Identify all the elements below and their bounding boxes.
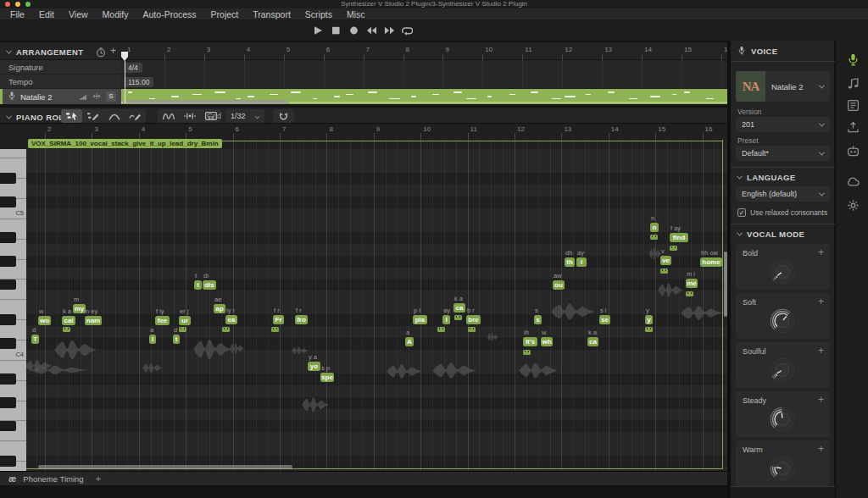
rail-lyrics-button[interactable] xyxy=(844,97,861,113)
note[interactable]: my xyxy=(73,304,86,313)
piano-roll-collapse[interactable]: PIANO ROLL xyxy=(7,113,70,122)
menu-transport[interactable]: Transport xyxy=(253,8,291,20)
menu-scripts[interactable]: Scripts xyxy=(305,8,332,20)
rail-export-button[interactable] xyxy=(844,119,861,136)
piano-key-black[interactable] xyxy=(0,196,16,208)
rail-settings-button[interactable] xyxy=(844,196,861,213)
timing-marker-icon[interactable] xyxy=(660,268,668,274)
piano-key-black[interactable] xyxy=(0,256,16,267)
note[interactable]: ap xyxy=(214,304,225,313)
note[interactable]: fro xyxy=(295,315,308,324)
timing-marker-icon[interactable] xyxy=(271,327,279,332)
record-button[interactable] xyxy=(348,25,360,36)
note[interactable]: I xyxy=(576,257,587,267)
pitchpen-tool-button[interactable] xyxy=(125,109,146,123)
note[interactable]: T xyxy=(31,335,39,344)
rail-assistant-button[interactable] xyxy=(844,142,861,159)
timing-marker-icon[interactable] xyxy=(222,327,230,332)
tempo-event[interactable]: 115.00 xyxy=(124,77,153,87)
language-section-collapse[interactable]: LANGUAGE xyxy=(737,173,796,182)
piano-key-black[interactable] xyxy=(0,338,16,349)
arrangement-collapse[interactable]: ARRANGEMENT xyxy=(7,47,83,57)
vocal-mode-add-button[interactable]: + xyxy=(818,394,824,406)
piano-key-black[interactable] xyxy=(0,397,16,408)
note[interactable]: find xyxy=(670,233,688,242)
checkbox-checked-icon[interactable]: ✓ xyxy=(737,208,746,217)
arrangement-scrollbar[interactable] xyxy=(123,100,289,104)
phoneme-timing-bar[interactable]: æ Phoneme Timing + xyxy=(0,471,727,485)
timing-marker-icon[interactable] xyxy=(670,246,677,251)
voice-selector[interactable]: NA Natalie 2 xyxy=(736,71,830,102)
note[interactable]: bre xyxy=(466,315,481,324)
vocal-mode-section-collapse[interactable]: VOCAL MODE xyxy=(737,230,804,239)
vocal-mode-knob-soulful[interactable] xyxy=(767,355,798,389)
note[interactable]: home xyxy=(700,257,722,267)
note[interactable]: pla xyxy=(413,315,427,324)
timing-marker-icon[interactable] xyxy=(179,327,186,332)
menu-project[interactable]: Project xyxy=(211,8,239,20)
note[interactable]: th xyxy=(565,257,575,267)
note[interactable]: wo xyxy=(38,316,51,325)
pan-icon[interactable] xyxy=(92,91,102,102)
timing-marker-icon[interactable] xyxy=(437,327,445,332)
note[interactable]: ca xyxy=(587,337,598,346)
solo-button[interactable]: S xyxy=(106,91,116,102)
version-dropdown[interactable]: 201 xyxy=(736,117,830,132)
note[interactable]: nam xyxy=(85,316,102,325)
timing-marker-icon[interactable] xyxy=(63,327,70,332)
piano-roll-grid[interactable]: VOX_SIRMA_100_vocal_stack_give_it_up_lea… xyxy=(26,139,727,471)
menu-file[interactable]: File xyxy=(10,8,25,20)
stop-button[interactable] xyxy=(330,25,342,36)
tempo-row-header[interactable]: Tempo xyxy=(0,75,121,89)
note[interactable]: n xyxy=(650,223,659,232)
note[interactable]: se xyxy=(599,315,610,324)
menu-misc[interactable]: Misc xyxy=(347,8,365,20)
select-tool-button[interactable] xyxy=(61,109,82,123)
note[interactable]: cal xyxy=(62,316,75,325)
piano-roll-hscrollbar[interactable] xyxy=(38,465,292,469)
loop-button[interactable] xyxy=(401,25,414,36)
piano-key-black[interactable] xyxy=(0,279,16,290)
rail-mic-button[interactable] xyxy=(844,51,861,68)
note[interactable]: Fr xyxy=(273,315,284,324)
note[interactable]: y xyxy=(645,315,653,324)
envelope-tool-button[interactable] xyxy=(158,109,179,123)
menu-view[interactable]: View xyxy=(69,8,88,20)
vocal-mode-knob-bold[interactable] xyxy=(767,257,798,290)
rewind-button[interactable] xyxy=(365,25,378,36)
note[interactable]: t xyxy=(173,335,180,344)
note[interactable]: wh xyxy=(541,337,553,346)
relaxed-consonants-option[interactable]: ✓ Use relaxed consonants xyxy=(737,208,827,217)
menu-edit[interactable]: Edit xyxy=(39,8,54,20)
vocal-mode-add-button[interactable]: + xyxy=(818,345,824,357)
timing-marker-icon[interactable] xyxy=(468,327,476,332)
note[interactable]: yo xyxy=(308,362,320,371)
note[interactable]: ur xyxy=(179,316,191,325)
note[interactable]: me xyxy=(686,279,698,288)
vocal-mode-add-button[interactable]: + xyxy=(818,443,824,455)
ai-retake-button[interactable] xyxy=(273,109,294,123)
vocal-mode-add-button[interactable]: + xyxy=(818,296,824,307)
piano-key-black[interactable] xyxy=(0,314,16,325)
timing-marker-icon[interactable] xyxy=(650,235,658,240)
piano-roll-vscrollbar[interactable] xyxy=(724,252,727,317)
arrangement-ruler[interactable]: 12345678910111213141516 xyxy=(121,42,727,60)
piano-key-black[interactable] xyxy=(0,173,16,184)
menu-modify[interactable]: Modify xyxy=(103,8,129,20)
signature-event[interactable]: 4/4 xyxy=(124,63,142,73)
note[interactable]: A xyxy=(405,337,414,346)
piano-key-black[interactable] xyxy=(0,374,16,385)
piano-key-black[interactable] xyxy=(0,456,16,467)
snap-tool-button[interactable] xyxy=(179,109,200,123)
rail-cloud-button[interactable] xyxy=(844,173,861,190)
timing-marker-icon[interactable] xyxy=(454,315,462,320)
vocal-mode-add-button[interactable]: + xyxy=(818,246,824,258)
signature-row-header[interactable]: Signature xyxy=(0,60,121,75)
arch-tool-button[interactable] xyxy=(103,109,125,123)
vocal-mode-knob-steady[interactable] xyxy=(767,404,798,438)
note[interactable]: ea xyxy=(225,315,237,324)
rail-note-button[interactable] xyxy=(844,75,861,91)
volume-ramp-icon[interactable] xyxy=(78,91,87,102)
timing-marker-icon[interactable] xyxy=(686,291,693,296)
preset-dropdown[interactable]: Default* xyxy=(736,146,830,161)
